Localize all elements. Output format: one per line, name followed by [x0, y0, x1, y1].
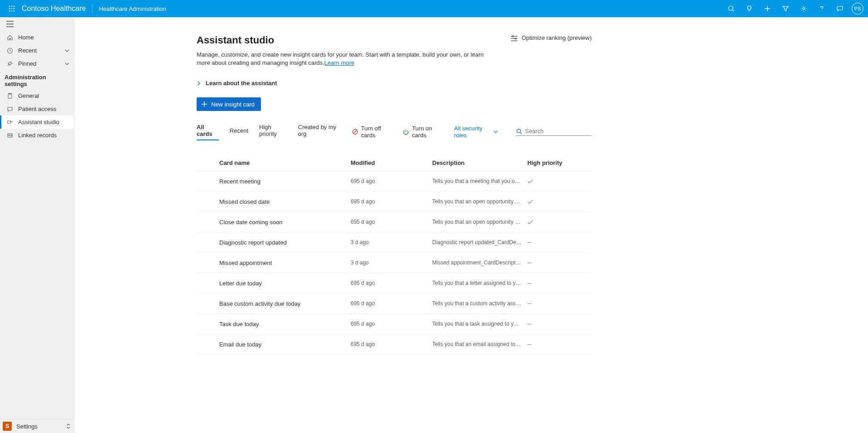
gear-icon[interactable] [795, 0, 813, 17]
lightbulb-icon[interactable] [740, 0, 758, 17]
new-insight-card-button[interactable]: New insight card [197, 97, 261, 111]
search-icon[interactable] [722, 0, 740, 17]
brand-title[interactable]: Contoso Healthcare [22, 4, 92, 13]
sidebar-item-assistant-studio[interactable]: Assistant studio [0, 115, 74, 129]
sidebar-item-home[interactable]: Home [0, 31, 74, 44]
svg-point-6 [9, 10, 10, 12]
cell-description: Tells you that a custom activity assigne… [432, 300, 527, 307]
table-row[interactable]: Task due today695 d agoTells you that a … [197, 314, 592, 334]
table-row[interactable]: Close date coming soon695 d agoTells you… [197, 212, 592, 232]
svg-point-1 [11, 6, 13, 7]
tab-high-priority[interactable]: High priority [259, 124, 287, 140]
cell-card-name: Missed appointment [197, 260, 351, 266]
app-launcher-icon[interactable] [5, 1, 19, 16]
sidebar-item-patient-access[interactable]: Patient access [0, 102, 74, 115]
topbar: Contoso Healthcare Healthcare Administra… [0, 0, 868, 17]
cell-priority [527, 179, 592, 184]
cell-description: Tells you that a meeting that you organi… [432, 178, 527, 184]
tab-all-cards[interactable]: All cards [197, 124, 219, 140]
table-row[interactable]: Base custom activity due today695 d agoT… [197, 293, 592, 314]
hamburger-icon[interactable] [0, 17, 74, 31]
th-card-name[interactable]: Card name [197, 159, 351, 166]
turn-off-cards[interactable]: Turn off cards [352, 125, 392, 139]
svg-line-35 [353, 130, 357, 134]
search-input[interactable] [525, 128, 592, 135]
chevron-down-icon [65, 49, 69, 53]
cell-description: Tells you that an open opportunity has p… [432, 198, 527, 205]
cell-priority [527, 220, 592, 225]
cell-card-name: Missed closed date [197, 198, 351, 205]
search-field[interactable] [516, 128, 592, 136]
sidebar-section-header: Administration settings [0, 70, 74, 89]
table-row[interactable]: Diagnostic report updated3 d agoDiagnost… [197, 232, 592, 253]
table-row[interactable]: Letter due today695 d agoTells you that … [197, 273, 592, 293]
table-header-row: Card name Modified Description High prio… [197, 159, 592, 171]
sidebar-settings-button[interactable]: S Settings [0, 419, 74, 433]
cell-modified: 695 d ago [351, 321, 432, 327]
cell-description: Diagnostic report updated_CardDescriptio… [432, 239, 527, 245]
prohibit-icon [352, 129, 358, 135]
svg-line-10 [733, 10, 734, 11]
cell-modified: 695 d ago [351, 341, 432, 347]
sidebar-item-pinned[interactable]: Pinned [0, 57, 74, 70]
cell-modified: 695 d ago [351, 280, 432, 286]
slider-icon [511, 35, 518, 41]
page-description: Manage, customize, and create new insigh… [197, 51, 487, 67]
check-icon [527, 179, 592, 184]
cell-description: Missed appointment_CardDescription [432, 260, 527, 266]
learn-more-link[interactable]: Learn more [324, 59, 354, 66]
sidebar-label-linked-records: Linked records [18, 132, 57, 139]
main-content: Assistant studio Optimize ranking (previ… [74, 17, 868, 433]
assistant-icon [6, 119, 14, 125]
turn-on-label: Turn on cards [412, 125, 443, 139]
sidebar-label-assistant-studio: Assistant studio [18, 119, 59, 125]
cell-card-name: Letter due today [197, 280, 351, 287]
help-icon[interactable] [813, 0, 831, 17]
sidebar-footer: S Settings [0, 419, 74, 433]
check-icon [527, 199, 592, 204]
sidebar-item-general[interactable]: General [0, 89, 74, 102]
svg-point-3 [9, 8, 10, 10]
sidebar-label-general: General [18, 92, 39, 99]
plus-icon[interactable] [758, 0, 776, 17]
sidebar-label-home: Home [18, 34, 34, 41]
cell-modified: 695 d ago [351, 300, 432, 307]
cell-card-name: Email due today [197, 341, 351, 348]
svg-point-8 [14, 10, 15, 12]
user-avatar[interactable]: PS [852, 3, 863, 14]
optimize-label: Optimize ranking (preview) [521, 34, 592, 41]
th-modified[interactable]: Modified [351, 159, 432, 166]
table-row[interactable]: Missed appointment3 d agoMissed appointm… [197, 253, 592, 273]
sidebar-item-linked-records[interactable]: Linked records [0, 129, 74, 142]
table-row[interactable]: Email due today695 d agoTells you that a… [197, 334, 592, 355]
sidebar-label-patient-access: Patient access [18, 106, 57, 112]
turn-on-cards[interactable]: Turn on cards [403, 125, 443, 139]
learn-about-assistant[interactable]: Learn about the assistant [197, 80, 592, 87]
table-row[interactable]: Recent meeting695 d agoTells you that a … [197, 171, 592, 192]
svg-point-15 [821, 10, 822, 10]
th-description[interactable]: Description [432, 159, 527, 166]
minus-icon: – [527, 340, 531, 348]
message-icon [6, 106, 14, 112]
filter-icon[interactable] [776, 0, 795, 17]
cell-card-name: Recent meeting [197, 178, 351, 185]
tab-created-by-org[interactable]: Created by my org [298, 124, 341, 140]
page-title: Assistant studio [197, 34, 274, 46]
turn-off-label: Turn off cards [361, 125, 392, 139]
svg-point-36 [517, 129, 521, 133]
roles-filter[interactable]: All security roles [454, 125, 498, 139]
tab-recent[interactable]: Recent [230, 127, 248, 137]
cell-card-name: Base custom activity due today [197, 300, 351, 307]
app-subtitle[interactable]: Healthcare Administration [99, 5, 166, 12]
svg-point-26 [9, 135, 10, 135]
cell-modified: 3 d ago [351, 260, 432, 266]
table-row[interactable]: Missed closed date695 d agoTells you tha… [197, 192, 592, 212]
chat-icon[interactable] [831, 0, 849, 17]
svg-point-5 [14, 8, 15, 10]
th-high-priority[interactable]: High priority [527, 159, 592, 166]
sidebar-item-recent[interactable]: Recent [0, 44, 74, 57]
cell-priority: – [527, 320, 592, 327]
optimize-ranking-link[interactable]: Optimize ranking (preview) [511, 34, 592, 41]
home-icon [6, 34, 14, 41]
chevron-down-icon [65, 62, 69, 66]
